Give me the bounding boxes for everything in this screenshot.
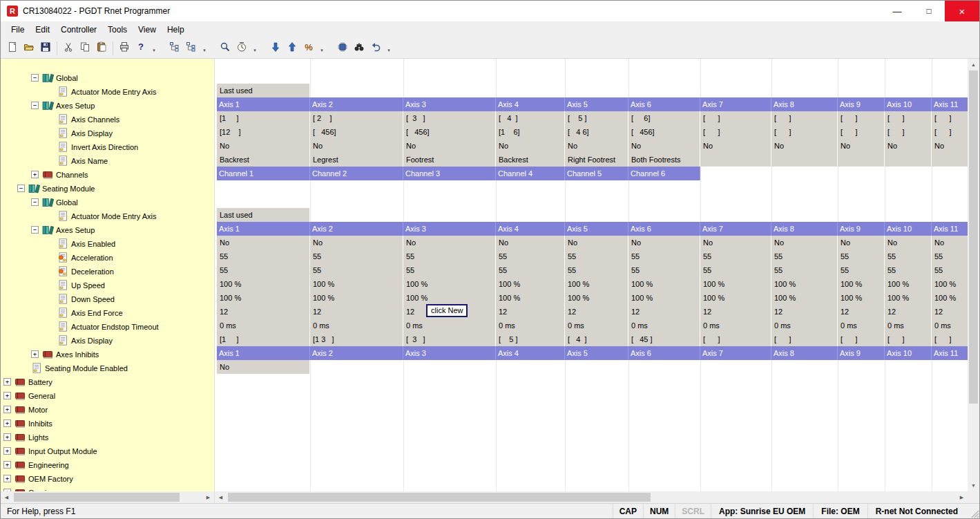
scrollbar-thumb[interactable] [969,70,978,404]
tree-item[interactable]: −Seating Module [1,181,214,195]
collapse-toggle-icon[interactable]: − [31,102,39,109]
collapse-toggle-icon[interactable]: − [31,74,39,82]
tree-item[interactable]: −Global [1,70,214,84]
scrollbar-thumb[interactable] [14,493,180,502]
paste-button[interactable] [93,40,110,57]
value-cell[interactable]: [ 2 ] [310,111,403,125]
value-cell[interactable]: [ 45 ] [628,332,700,346]
scroll-down-button[interactable]: ▼ [968,480,979,491]
value-cell[interactable]: [ ] [771,125,838,139]
tree-expand-button[interactable] [183,40,200,57]
value-cell[interactable]: Last used [217,208,310,222]
value-cell[interactable]: [ ] [932,125,968,139]
tree-item[interactable]: +Motor [1,402,214,416]
help-button[interactable]: ? [133,40,149,57]
value-cell[interactable]: 12 [700,305,771,319]
collapse-toggle-icon[interactable]: − [31,198,39,206]
value-cell[interactable]: 100 % [403,291,496,305]
tree-item[interactable]: Invert Axis Direction [1,140,214,153]
value-cell[interactable]: 0 ms [565,319,628,332]
value-cell[interactable]: 12 [496,305,565,319]
tree-item[interactable]: Axis Name [1,153,214,167]
read-chair-button[interactable] [267,40,284,57]
value-cell[interactable]: 55 [771,263,838,277]
tree-item[interactable]: Actuator Mode Entry Axis [1,84,214,98]
value-cell[interactable]: Last used [217,84,310,97]
undo-button[interactable] [367,40,384,57]
scroll-right-button[interactable]: ▶ [202,491,214,503]
value-cell[interactable]: No [771,139,838,153]
value-cell[interactable]: [ ] [885,332,932,346]
value-cell[interactable]: No [838,236,885,249]
value-cell[interactable]: 100 % [838,277,885,291]
value-cell[interactable]: 0 ms [403,319,496,332]
scrollbar-track[interactable] [968,70,979,480]
value-cell[interactable]: 100 % [771,277,838,291]
tree-item[interactable]: Up Speed [1,278,214,292]
value-cell[interactable]: 55 [628,263,700,277]
toolbar-overflow-button[interactable]: ▾ [318,40,326,57]
value-cell[interactable]: [ 6] [628,111,700,125]
value-cell[interactable]: [ ] [932,111,968,125]
menu-item-view[interactable]: View [133,21,162,38]
new-file-button[interactable] [4,40,21,57]
value-cell[interactable]: [1 3 ] [310,332,403,346]
program-button[interactable] [334,40,351,57]
value-cell[interactable]: 12 [310,305,403,319]
value-cell[interactable]: No [565,139,628,153]
close-button[interactable]: × [945,1,979,21]
value-cell[interactable] [932,153,968,167]
value-cell[interactable]: 100 % [885,277,932,291]
tree-item[interactable]: −Axes Setup [1,98,214,112]
value-cell[interactable]: 55 [700,263,771,277]
value-cell[interactable]: 55 [932,249,968,263]
value-cell[interactable]: No [700,139,771,153]
value-cell[interactable]: No [403,236,496,249]
value-cell[interactable]: No [310,236,403,249]
value-cell[interactable]: 0 ms [496,319,565,332]
tree-item[interactable]: Deceleration [1,264,214,278]
tree-item[interactable]: +Input Output Module [1,444,214,457]
tree-item[interactable]: +Lights [1,430,214,444]
value-cell[interactable]: 100 % [496,291,565,305]
value-cell[interactable]: 55 [628,249,700,263]
value-cell[interactable]: 12 [932,305,968,319]
value-cell[interactable]: 100 % [628,277,700,291]
scroll-up-button[interactable]: ▲ [968,59,979,70]
scroll-right-button[interactable]: ▶ [956,491,968,503]
tree-item[interactable]: +Channels [1,167,214,181]
value-cell[interactable]: 100 % [496,277,565,291]
value-cell[interactable]: [ 4 ] [496,111,565,125]
tree-item[interactable]: +Inhibits [1,416,214,430]
minimize-button[interactable]: — [881,1,913,21]
value-cell[interactable]: 55 [932,263,968,277]
value-cell[interactable]: [1 6] [496,125,565,139]
menu-item-tools[interactable]: Tools [102,21,133,38]
value-cell[interactable]: 55 [217,249,310,263]
value-cell[interactable]: 55 [496,249,565,263]
value-cell[interactable]: No [217,236,310,249]
tree-item[interactable]: Axis Enabled [1,236,214,250]
copy-button[interactable] [77,40,93,57]
write-chair-button[interactable] [284,40,300,57]
value-cell[interactable]: 55 [217,263,310,277]
value-cell[interactable]: 55 [403,249,496,263]
value-cell[interactable]: No [932,139,968,153]
scrollbar-track[interactable] [12,491,202,503]
value-cell[interactable]: 100 % [700,277,771,291]
value-cell[interactable]: 100 % [932,291,968,305]
value-cell[interactable]: 100 % [217,291,310,305]
value-cell[interactable]: 55 [403,263,496,277]
value-cell[interactable]: [ 3 ] [403,332,496,346]
scrollbar-thumb[interactable] [228,493,651,502]
expand-toggle-icon[interactable]: + [3,475,11,482]
scroll-left-button[interactable]: ◀ [1,491,12,503]
scrollbar-track[interactable] [227,491,956,503]
tree-horizontal-scrollbar[interactable]: ◀▶ [1,491,214,503]
value-cell[interactable]: [ ] [771,332,838,346]
collapse-toggle-icon[interactable]: − [31,226,39,234]
menu-item-help[interactable]: Help [162,21,190,38]
value-cell[interactable]: No [217,139,310,153]
value-cell[interactable]: 100 % [310,277,403,291]
value-cell[interactable]: Both Footrests [628,153,700,167]
